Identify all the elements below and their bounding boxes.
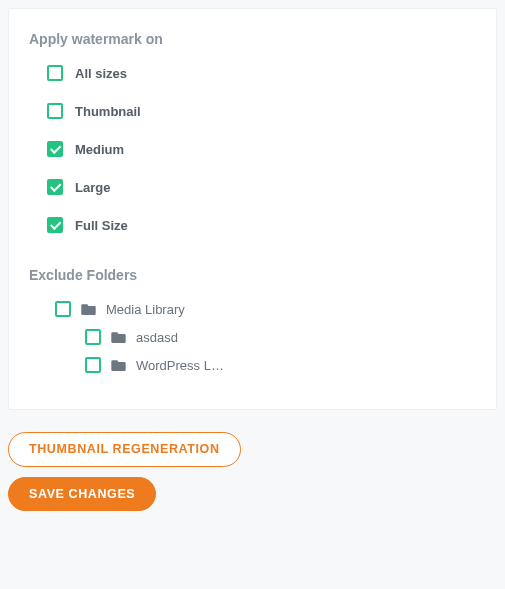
thumbnail-regeneration-button[interactable]: Thumbnail Regeneration [8,432,241,467]
save-changes-button[interactable]: Save Changes [8,477,156,512]
folder-icon [81,303,96,315]
checkbox-thumbnail[interactable] [47,103,63,119]
folder-icon [111,331,126,343]
checkbox-fullsize[interactable] [47,217,63,233]
exclude-folders-title: Exclude Folders [29,267,476,283]
checkbox-folder-child-1[interactable] [85,357,101,373]
size-option-large[interactable]: Large [47,179,476,195]
size-label: All sizes [75,66,127,81]
size-label: Large [75,180,110,195]
size-option-thumbnail[interactable]: Thumbnail [47,103,476,119]
folder-row-root[interactable]: Media Library [55,301,476,317]
folder-label: WordPress L… [136,358,224,373]
folder-label: asdasd [136,330,178,345]
size-option-all[interactable]: All sizes [47,65,476,81]
folder-row-child[interactable]: WordPress L… [85,357,476,373]
checkbox-medium[interactable] [47,141,63,157]
size-option-fullsize[interactable]: Full Size [47,217,476,233]
folder-label: Media Library [106,302,185,317]
actions-row: Thumbnail Regeneration Save Changes [8,432,497,511]
watermark-sizes-list: All sizes Thumbnail Medium Large Full Si… [29,65,476,233]
checkbox-folder-root[interactable] [55,301,71,317]
checkbox-all-sizes[interactable] [47,65,63,81]
checkbox-folder-child-0[interactable] [85,329,101,345]
size-label: Medium [75,142,124,157]
folder-row-child[interactable]: asdasd [85,329,476,345]
size-label: Full Size [75,218,128,233]
folder-icon [111,359,126,371]
checkbox-large[interactable] [47,179,63,195]
folder-children: asdasd WordPress L… [55,329,476,373]
apply-watermark-title: Apply watermark on [29,31,476,47]
size-label: Thumbnail [75,104,141,119]
settings-panel: Apply watermark on All sizes Thumbnail M… [8,8,497,410]
folder-tree: Media Library asdasd WordPress L… [29,301,476,373]
size-option-medium[interactable]: Medium [47,141,476,157]
